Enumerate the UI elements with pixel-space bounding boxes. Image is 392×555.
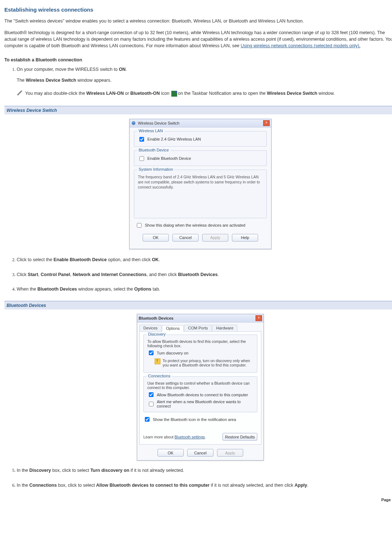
intro-paragraph-2: Bluetooth® technology is designed for a … <box>4 29 392 49</box>
step-5-b: Discovery <box>29 468 51 473</box>
step-2-a: Click to select the <box>17 257 53 262</box>
step-1-text-c: . <box>126 67 127 72</box>
steps-list: On your computer, move the WIRELESS swit… <box>4 66 392 98</box>
turn-discovery-on-row[interactable]: Turn discovery on <box>147 349 253 356</box>
show-tray-checkbox[interactable] <box>145 417 150 422</box>
groupbox-connections-title: Connections <box>147 374 172 378</box>
subheading-establish-bluetooth: To establish a Bluetooth connection <box>4 57 392 62</box>
tab-com-ports[interactable]: COM Ports <box>184 325 212 331</box>
groupbox-discovery-title: Discovery <box>147 332 167 336</box>
enable-bluetooth-checkbox[interactable] <box>139 156 144 161</box>
pencil-icon <box>17 90 23 98</box>
step-2: Click to select the Enable Bluetooth Dev… <box>17 256 392 263</box>
steps-list-cont2: In the Discovery box, click to select Tu… <box>4 467 392 489</box>
discovery-text: To allow Bluetooth devices to find this … <box>147 339 253 348</box>
cancel-button[interactable]: Cancel <box>187 449 213 457</box>
tab-hardware[interactable]: Hardware <box>212 325 237 331</box>
restore-defaults-button[interactable]: Restore Defaults <box>222 433 257 441</box>
show-tray-label: Show the Bluetooth icon in the notificat… <box>153 417 236 422</box>
step-4: When the Bluetooth Devices window appear… <box>17 286 392 293</box>
groupbox-wireless-lan: Wireless LAN Enable 2.4 GHz Wireless LAN <box>134 131 267 147</box>
enable-wlan-label: Enable 2.4 GHz Wireless LAN <box>147 137 201 141</box>
ok-button[interactable]: OK <box>143 234 169 242</box>
step-1: On your computer, move the WIRELESS swit… <box>17 66 392 98</box>
connections-text: Use these settings to control whether a … <box>147 381 253 390</box>
note-text-d: on the Taskbar Notification area to open… <box>178 91 267 96</box>
btd-button-row: OK Cancel Apply <box>137 447 264 460</box>
step-1-text-a: On your computer, move the WIRELESS swit… <box>17 67 119 72</box>
step-4-c: window appears, select the <box>77 287 134 292</box>
step-6-e: if it is not already selected, and then … <box>209 483 294 488</box>
taskbar-icon <box>171 91 177 97</box>
tab-options[interactable]: Options <box>162 325 184 332</box>
btd-title-text: Bluetooth Devices <box>139 316 256 320</box>
btd-options-panel: Discovery To allow Bluetooth devices to … <box>139 331 261 445</box>
svg-point-0 <box>132 121 135 125</box>
step-3-s1: , <box>38 272 41 277</box>
step-3-b4: Bluetooth Devices <box>178 272 218 277</box>
step-3-b1: Start <box>28 272 38 277</box>
ok-button[interactable]: OK <box>158 449 184 457</box>
page-number: Page 74 <box>4 498 392 502</box>
step-6-d: Allow Bluetooth devices to connect to th… <box>96 483 210 488</box>
wds-titlebar: Wireless Device Switch × <box>130 119 271 127</box>
step-6-f: Apply <box>295 483 307 488</box>
show-dialog-label: Show this dialog when the wireless devic… <box>145 223 245 227</box>
allow-connect-label: Allow Bluetooth devices to connect to th… <box>157 393 248 397</box>
wireless-device-switch-dialog: Wireless Device Switch × Wireless LAN En… <box>129 119 271 249</box>
step-5-d: Turn discovery on <box>90 468 129 473</box>
allow-connect-checkbox[interactable] <box>149 392 154 397</box>
bluetooth-devices-dialog: Bluetooth Devices × Devices Options COM … <box>137 314 264 461</box>
turn-discovery-on-checkbox[interactable] <box>149 351 154 355</box>
groupbox-system-info-title: System Information <box>137 167 175 171</box>
step-6-b: Connections <box>29 483 57 488</box>
enable-bluetooth-row[interactable]: Enable Bluetooth Device <box>138 155 263 162</box>
enable-wlan-row[interactable]: Enable 2.4 GHz Wireless LAN <box>138 136 263 143</box>
alert-new-device-checkbox[interactable] <box>149 402 154 406</box>
groupbox-discovery: Discovery To allow Bluetooth devices to … <box>143 335 257 373</box>
note-text-mid: or <box>124 91 130 96</box>
note-bold-1: Wireless LAN-ON <box>86 91 124 96</box>
show-tray-row[interactable]: Show the Bluetooth icon in the notificat… <box>143 416 257 423</box>
step-5-c: box, click to select <box>51 468 90 473</box>
wds-body: Wireless LAN Enable 2.4 GHz Wireless LAN… <box>130 127 271 249</box>
note-text-c: icon <box>160 91 171 96</box>
warning-icon <box>155 358 160 364</box>
enable-wlan-checkbox[interactable] <box>139 137 144 142</box>
groupbox-wireless-lan-title: Wireless LAN <box>137 129 164 133</box>
step-4-a: When the <box>17 287 37 292</box>
tab-devices[interactable]: Devices <box>139 325 162 331</box>
section-title: Establishing wireless connections <box>4 7 392 13</box>
allow-connect-row[interactable]: Allow Bluetooth devices to connect to th… <box>147 391 253 398</box>
step-3-b3: Network and Internet Connections <box>73 272 147 277</box>
wds-button-row: OK Cancel Apply Help <box>134 232 267 245</box>
apply-button: Apply <box>202 234 228 242</box>
step-1-extra-a: The <box>17 78 26 83</box>
step-1-on: ON <box>119 67 126 72</box>
show-dialog-row[interactable]: Show this dialog when the wireless devic… <box>135 222 267 229</box>
step-5: In the Discovery box, click to select Tu… <box>17 467 392 474</box>
step-3-s3: , and then click <box>147 272 178 277</box>
wireless-network-link[interactable]: Using wireless network connections (sele… <box>241 43 360 48</box>
step-2-b: Enable Bluetooth Device <box>53 257 107 262</box>
note-text-a: You may also double-click the <box>25 91 86 96</box>
cancel-button[interactable]: Cancel <box>172 234 199 242</box>
note-bold-3: Wireless Device Switch <box>267 91 317 96</box>
close-icon[interactable]: × <box>256 315 262 321</box>
bluetooth-settings-link[interactable]: Bluetooth settings <box>175 435 205 439</box>
step-3-a: Click <box>17 272 28 277</box>
help-button[interactable]: Help <box>232 234 258 242</box>
alert-new-device-row[interactable]: Alert me when a new Bluetooth device wan… <box>147 400 253 408</box>
step-3-b2: Control Panel <box>41 272 70 277</box>
figure-title-wds: Wireless Device Switch <box>4 106 392 114</box>
note-block: You may also double-click the Wireless L… <box>17 90 392 98</box>
step-4-d: Options <box>134 287 151 292</box>
step-1-extra-b: Wireless Device Switch <box>26 78 76 83</box>
close-icon[interactable]: × <box>263 120 270 126</box>
step-6-c: box, click to select <box>57 483 96 488</box>
turn-discovery-on-label: Turn discovery on <box>157 351 188 355</box>
step-4-b: Bluetooth Devices <box>37 287 77 292</box>
btd-titlebar: Bluetooth Devices × <box>137 314 264 323</box>
step-5-e: if it is not already selected. <box>129 468 184 473</box>
show-dialog-checkbox[interactable] <box>137 223 142 228</box>
